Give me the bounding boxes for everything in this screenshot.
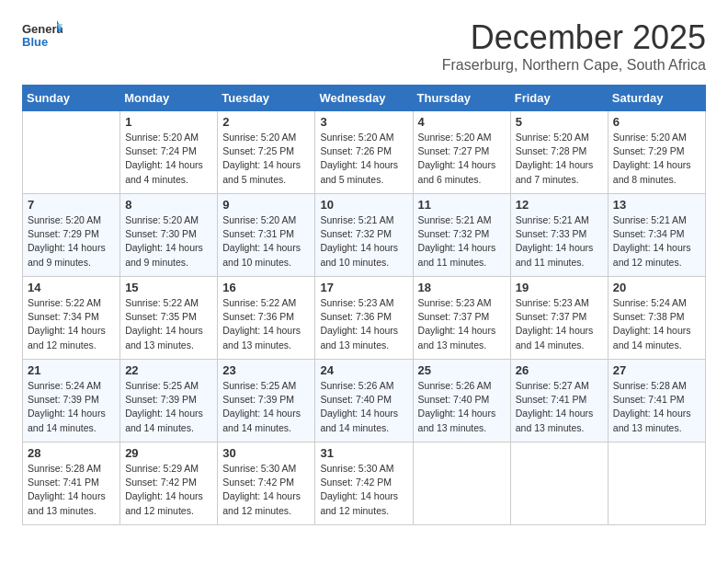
day-number: 2	[222, 115, 310, 129]
day-info: Sunrise: 5:21 AMSunset: 7:34 PMDaylight:…	[613, 213, 700, 270]
day-info: Sunrise: 5:20 AMSunset: 7:30 PMDaylight:…	[125, 213, 212, 270]
day-number: 31	[320, 446, 407, 460]
day-cell: 19Sunrise: 5:23 AMSunset: 7:37 PMDayligh…	[510, 277, 608, 360]
day-cell: 26Sunrise: 5:27 AMSunset: 7:41 PMDayligh…	[510, 360, 608, 442]
day-number: 22	[125, 363, 212, 377]
day-info: Sunrise: 5:30 AMSunset: 7:42 PMDaylight:…	[222, 462, 310, 518]
day-header-friday: Friday	[510, 86, 608, 111]
day-cell: 14Sunrise: 5:22 AMSunset: 7:34 PMDayligh…	[23, 277, 120, 360]
day-number: 16	[222, 281, 310, 294]
day-info: Sunrise: 5:27 AMSunset: 7:41 PMDaylight:…	[516, 379, 603, 435]
day-number: 17	[320, 281, 407, 294]
day-header-row: SundayMondayTuesdayWednesdayThursdayFrid…	[23, 86, 706, 111]
day-info: Sunrise: 5:22 AMSunset: 7:36 PMDaylight:…	[222, 296, 310, 352]
day-number: 28	[28, 446, 115, 460]
day-info: Sunrise: 5:20 AMSunset: 7:29 PMDaylight:…	[613, 131, 700, 187]
day-info: Sunrise: 5:25 AMSunset: 7:39 PMDaylight:…	[125, 379, 212, 435]
day-info: Sunrise: 5:20 AMSunset: 7:24 PMDaylight:…	[125, 131, 212, 187]
day-info: Sunrise: 5:21 AMSunset: 7:32 PMDaylight:…	[320, 213, 407, 270]
day-cell: 1Sunrise: 5:20 AMSunset: 7:24 PMDaylight…	[120, 111, 218, 194]
day-info: Sunrise: 5:28 AMSunset: 7:41 PMDaylight:…	[613, 379, 700, 435]
day-number: 7	[28, 198, 115, 212]
day-number: 11	[418, 198, 506, 212]
day-cell: 28Sunrise: 5:28 AMSunset: 7:41 PMDayligh…	[23, 442, 120, 525]
day-cell: 17Sunrise: 5:23 AMSunset: 7:36 PMDayligh…	[315, 277, 413, 360]
logo: General Blue	[22, 18, 63, 53]
day-cell	[608, 442, 705, 525]
day-info: Sunrise: 5:21 AMSunset: 7:32 PMDaylight:…	[418, 213, 506, 270]
day-cell: 11Sunrise: 5:21 AMSunset: 7:32 PMDayligh…	[413, 194, 510, 277]
day-cell	[510, 442, 608, 525]
svg-text:Blue: Blue	[22, 35, 48, 49]
svg-text:General: General	[22, 22, 63, 36]
day-number: 3	[320, 115, 407, 129]
day-cell: 5Sunrise: 5:20 AMSunset: 7:28 PMDaylight…	[510, 111, 608, 194]
day-info: Sunrise: 5:23 AMSunset: 7:37 PMDaylight:…	[516, 296, 603, 352]
day-cell: 4Sunrise: 5:20 AMSunset: 7:27 PMDaylight…	[413, 111, 510, 194]
day-number: 8	[125, 198, 212, 212]
day-cell: 27Sunrise: 5:28 AMSunset: 7:41 PMDayligh…	[608, 360, 705, 442]
day-number: 13	[613, 198, 700, 212]
day-header-tuesday: Tuesday	[218, 86, 315, 111]
day-info: Sunrise: 5:29 AMSunset: 7:42 PMDaylight:…	[125, 462, 212, 518]
day-cell: 23Sunrise: 5:25 AMSunset: 7:39 PMDayligh…	[218, 360, 315, 442]
day-info: Sunrise: 5:28 AMSunset: 7:41 PMDaylight:…	[28, 462, 115, 518]
day-cell	[23, 111, 120, 194]
day-cell: 7Sunrise: 5:20 AMSunset: 7:29 PMDaylight…	[23, 194, 120, 277]
day-cell: 20Sunrise: 5:24 AMSunset: 7:38 PMDayligh…	[608, 277, 705, 360]
day-cell: 6Sunrise: 5:20 AMSunset: 7:29 PMDaylight…	[608, 111, 705, 194]
day-cell: 31Sunrise: 5:30 AMSunset: 7:42 PMDayligh…	[315, 442, 413, 525]
month-title: December 2025	[442, 18, 706, 57]
day-cell: 15Sunrise: 5:22 AMSunset: 7:35 PMDayligh…	[120, 277, 218, 360]
day-info: Sunrise: 5:22 AMSunset: 7:35 PMDaylight:…	[125, 296, 212, 352]
day-cell: 29Sunrise: 5:29 AMSunset: 7:42 PMDayligh…	[120, 442, 218, 525]
day-info: Sunrise: 5:20 AMSunset: 7:28 PMDaylight:…	[516, 131, 603, 187]
day-number: 4	[418, 115, 506, 129]
week-row-3: 14Sunrise: 5:22 AMSunset: 7:34 PMDayligh…	[23, 277, 706, 360]
day-number: 26	[516, 363, 603, 377]
day-info: Sunrise: 5:25 AMSunset: 7:39 PMDaylight:…	[222, 379, 310, 435]
day-cell: 21Sunrise: 5:24 AMSunset: 7:39 PMDayligh…	[23, 360, 120, 442]
day-number: 23	[222, 363, 310, 377]
week-row-1: 1Sunrise: 5:20 AMSunset: 7:24 PMDaylight…	[23, 111, 706, 194]
day-info: Sunrise: 5:22 AMSunset: 7:34 PMDaylight:…	[28, 296, 115, 352]
day-cell	[413, 442, 510, 525]
day-number: 18	[418, 281, 506, 294]
day-info: Sunrise: 5:30 AMSunset: 7:42 PMDaylight:…	[320, 462, 407, 518]
day-number: 5	[516, 115, 603, 129]
day-number: 1	[125, 115, 212, 129]
page-header: General Blue December 2025 Fraserburg, N…	[22, 18, 706, 74]
day-number: 29	[125, 446, 212, 460]
day-info: Sunrise: 5:26 AMSunset: 7:40 PMDaylight:…	[320, 379, 407, 435]
day-number: 6	[613, 115, 700, 129]
day-info: Sunrise: 5:26 AMSunset: 7:40 PMDaylight:…	[418, 379, 506, 435]
day-cell: 10Sunrise: 5:21 AMSunset: 7:32 PMDayligh…	[315, 194, 413, 277]
week-row-5: 28Sunrise: 5:28 AMSunset: 7:41 PMDayligh…	[23, 442, 706, 525]
day-info: Sunrise: 5:20 AMSunset: 7:26 PMDaylight:…	[320, 131, 407, 187]
day-cell: 18Sunrise: 5:23 AMSunset: 7:37 PMDayligh…	[413, 277, 510, 360]
title-area: December 2025 Fraserburg, Northern Cape,…	[442, 18, 706, 74]
week-row-2: 7Sunrise: 5:20 AMSunset: 7:29 PMDaylight…	[23, 194, 706, 277]
day-info: Sunrise: 5:23 AMSunset: 7:37 PMDaylight:…	[418, 296, 506, 352]
day-cell: 16Sunrise: 5:22 AMSunset: 7:36 PMDayligh…	[218, 277, 315, 360]
day-number: 14	[28, 281, 115, 294]
day-header-monday: Monday	[120, 86, 218, 111]
day-cell: 3Sunrise: 5:20 AMSunset: 7:26 PMDaylight…	[315, 111, 413, 194]
day-cell: 12Sunrise: 5:21 AMSunset: 7:33 PMDayligh…	[510, 194, 608, 277]
day-info: Sunrise: 5:24 AMSunset: 7:38 PMDaylight:…	[613, 296, 700, 352]
day-number: 24	[320, 363, 407, 377]
day-info: Sunrise: 5:20 AMSunset: 7:25 PMDaylight:…	[222, 131, 310, 187]
day-info: Sunrise: 5:20 AMSunset: 7:27 PMDaylight:…	[418, 131, 506, 187]
day-cell: 9Sunrise: 5:20 AMSunset: 7:31 PMDaylight…	[218, 194, 315, 277]
day-header-thursday: Thursday	[413, 86, 510, 111]
day-cell: 24Sunrise: 5:26 AMSunset: 7:40 PMDayligh…	[315, 360, 413, 442]
day-header-saturday: Saturday	[608, 86, 705, 111]
day-number: 30	[222, 446, 310, 460]
day-info: Sunrise: 5:20 AMSunset: 7:29 PMDaylight:…	[28, 213, 115, 270]
day-number: 27	[613, 363, 700, 377]
day-number: 19	[516, 281, 603, 294]
day-number: 10	[320, 198, 407, 212]
day-info: Sunrise: 5:21 AMSunset: 7:33 PMDaylight:…	[516, 213, 603, 270]
day-header-wednesday: Wednesday	[315, 86, 413, 111]
day-cell: 22Sunrise: 5:25 AMSunset: 7:39 PMDayligh…	[120, 360, 218, 442]
